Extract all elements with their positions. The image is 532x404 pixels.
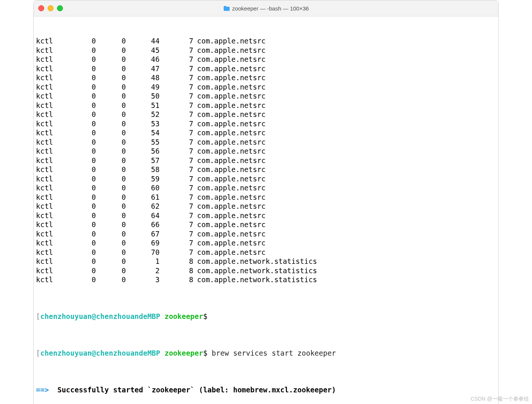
terminal-window: zookeeper — -bash — 100×36 kctl00447com.… <box>33 0 499 404</box>
netstat-row: kctl0028com.apple.network.statistics <box>36 266 496 275</box>
netstat-row: kctl00647com.apple.netsrc <box>36 211 496 220</box>
netstat-row: kctl00697com.apple.netsrc <box>36 238 496 248</box>
netstat-row: kctl0038com.apple.network.statistics <box>36 275 496 284</box>
netstat-row: kctl00497com.apple.netsrc <box>36 82 496 92</box>
folder-icon <box>223 6 230 11</box>
netstat-row: kctl00477com.apple.netsrc <box>36 64 496 73</box>
netstat-row: kctl00457com.apple.netsrc <box>36 46 496 55</box>
window-title-text: zookeeper — -bash — 100×36 <box>232 5 309 12</box>
netstat-row: kctl00537com.apple.netsrc <box>36 119 496 129</box>
netstat-row: kctl00707com.apple.netsrc <box>36 248 496 257</box>
netstat-row: kctl00507com.apple.netsrc <box>36 91 496 101</box>
netstat-row: kctl00487com.apple.netsrc <box>36 73 496 82</box>
watermark: CSDN @一嘬一个拳拳怪 <box>471 396 529 403</box>
prompt-line-start-zookeeper: [chenzhouyuan@chenzhouandeMBP zookeeper$… <box>36 349 496 358</box>
netstat-row: kctl00567com.apple.netsrc <box>36 147 496 156</box>
netstat-row: kctl00517com.apple.netsrc <box>36 101 496 110</box>
netstat-row: kctl00547com.apple.netsrc <box>36 128 496 138</box>
titlebar: zookeeper — -bash — 100×36 <box>34 0 498 16</box>
netstat-row: kctl00607com.apple.netsrc <box>36 183 496 193</box>
netstat-row: kctl00617com.apple.netsrc <box>36 193 496 202</box>
netstat-row: kctl00527com.apple.netsrc <box>36 110 496 119</box>
window-title: zookeeper — -bash — 100×36 <box>34 5 498 12</box>
netstat-row: kctl0018com.apple.network.statistics <box>36 257 496 266</box>
netstat-row: kctl00447com.apple.netsrc <box>36 36 496 46</box>
netstat-row: kctl00467com.apple.netsrc <box>36 55 496 64</box>
netstat-row: kctl00677com.apple.netsrc <box>36 229 496 239</box>
netstat-row: kctl00587com.apple.netsrc <box>36 165 496 174</box>
netstat-row: kctl00667com.apple.netsrc <box>36 220 496 229</box>
netstat-row: kctl00597com.apple.netsrc <box>36 174 496 184</box>
output-success-zookeeper: ==> Successfully started `zookeeper` (la… <box>36 385 496 395</box>
netstat-row: kctl00627com.apple.netsrc <box>36 202 496 211</box>
netstat-output: kctl00447com.apple.netsrckctl00457com.ap… <box>36 36 496 284</box>
terminal-body[interactable]: kctl00447com.apple.netsrckctl00457com.ap… <box>34 16 498 404</box>
prompt-line-empty: [chenzhouyuan@chenzhouandeMBP zookeeper$ <box>36 312 496 321</box>
netstat-row: kctl00557com.apple.netsrc <box>36 138 496 147</box>
netstat-row: kctl00577com.apple.netsrc <box>36 156 496 165</box>
